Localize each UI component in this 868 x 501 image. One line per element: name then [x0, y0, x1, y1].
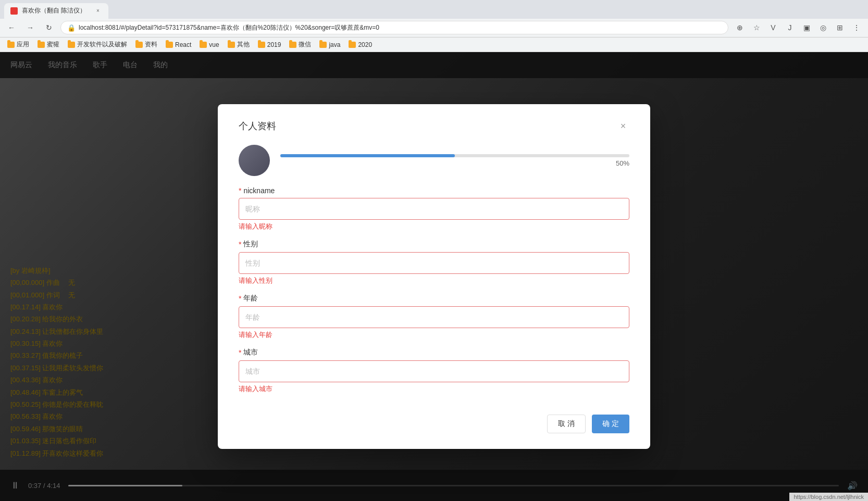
bookmark-label: 其他 — [237, 40, 250, 49]
city-label: * 城市 — [239, 348, 629, 357]
age-input[interactable] — [239, 306, 629, 328]
tab-title: 喜欢你（翻自 陈洁仪） — [22, 6, 90, 15]
cancel-button[interactable]: 取 消 — [547, 415, 586, 433]
folder-icon — [228, 42, 235, 48]
nav-icons: ⊕ ☆ V J ▣ ◎ ⊞ ⋮ — [733, 20, 864, 35]
folder-icon — [135, 42, 143, 48]
status-url: https://blog.csdn.net/ljlhnick — [793, 494, 864, 500]
bookmark-java[interactable]: java — [316, 40, 343, 49]
city-error: 请输入城市 — [239, 384, 629, 394]
folder-icon — [200, 42, 207, 48]
age-label: * 年龄 — [239, 294, 629, 303]
city-input[interactable] — [239, 360, 629, 382]
nav-bar: ← → ↻ 🔒 localhost:8081/#/playDetail?id=5… — [0, 19, 868, 37]
folder-icon — [166, 42, 173, 48]
required-star: * — [239, 294, 241, 303]
avatar-progress-row: 50% — [239, 145, 629, 176]
bookmark-data[interactable]: 资料 — [132, 39, 160, 50]
tab-favicon — [10, 7, 18, 15]
back-button[interactable]: ← — [4, 20, 19, 35]
bookmark-vue[interactable]: vue — [196, 40, 222, 49]
bookmark-wechat[interactable]: 微信 — [286, 39, 314, 50]
modal-title: 个人资料 — [239, 120, 276, 132]
required-star: * — [239, 348, 241, 357]
required-star: * — [239, 240, 241, 248]
gender-error: 请输入性别 — [239, 276, 629, 285]
gender-input[interactable] — [239, 252, 629, 274]
profile-progress-bar — [280, 154, 629, 157]
tab-close-button[interactable]: × — [94, 7, 102, 15]
browser-chrome: 喜欢你（翻自 陈洁仪） × ← → ↻ 🔒 localhost:8081/#/p… — [0, 0, 868, 37]
extension-icon-4[interactable]: ⊞ — [833, 20, 847, 35]
star-icon[interactable]: ☆ — [749, 20, 764, 35]
menu-icon[interactable]: ⋮ — [849, 20, 864, 35]
gender-field: * 性别 请输入性别 — [239, 240, 629, 285]
bookmark-label: 应用 — [17, 40, 29, 49]
folder-icon — [7, 42, 15, 48]
url-text: localhost:8081/#/playDetail?id=573171875… — [79, 23, 722, 32]
bookmark-miyou[interactable]: 蜜獾 — [34, 39, 63, 50]
nickname-field: * nickname 请输入昵称 — [239, 186, 629, 231]
progress-container: 50% — [280, 154, 629, 167]
status-bar: https://blog.csdn.net/ljlhnick — [789, 493, 868, 501]
bookmark-label: 资料 — [145, 40, 157, 49]
gender-label-text: 性别 — [243, 240, 258, 249]
bookmark-label: java — [329, 41, 340, 48]
folder-icon — [258, 42, 265, 48]
folder-icon — [68, 42, 75, 48]
modal-overlay: 个人资料 × 50% * nickname — [0, 52, 868, 501]
avatar-image — [239, 145, 270, 176]
age-field: * 年龄 请输入年龄 — [239, 294, 629, 340]
nickname-input[interactable] — [239, 198, 629, 220]
bookmark-2019[interactable]: 2019 — [255, 40, 284, 49]
forward-button[interactable]: → — [23, 20, 38, 35]
refresh-button[interactable]: ↻ — [42, 20, 56, 35]
folder-icon — [319, 42, 327, 48]
bookmark-apps[interactable]: 应用 — [4, 39, 32, 50]
bookmark-label: 蜜獾 — [47, 40, 59, 49]
bookmark-label: 2020 — [358, 41, 372, 48]
bookmarks-bar: 应用 蜜獾 开发软件以及破解 资料 React vue 其他 2019 微信 j… — [0, 37, 868, 52]
bookmark-react[interactable]: React — [163, 40, 194, 49]
modal-footer: 取 消 确 定 — [239, 406, 629, 433]
folder-icon — [38, 42, 45, 48]
bookmark-label: 微信 — [299, 40, 311, 49]
bookmark-label: 2019 — [267, 41, 281, 48]
nickname-label-text: nickname — [243, 186, 275, 195]
translate-icon[interactable]: ⊕ — [733, 20, 747, 35]
browser-tab[interactable]: 喜欢你（翻自 陈洁仪） × — [4, 3, 108, 19]
folder-icon — [289, 42, 296, 48]
extension-icon-1[interactable]: J — [783, 20, 797, 35]
confirm-button[interactable]: 确 定 — [592, 415, 629, 433]
nickname-error: 请输入昵称 — [239, 222, 629, 231]
age-error: 请输入年龄 — [239, 330, 629, 340]
gender-label: * 性别 — [239, 240, 629, 249]
modal-close-button[interactable]: × — [617, 120, 629, 132]
vivaldi-icon[interactable]: V — [766, 20, 780, 35]
modal-header: 个人资料 × — [239, 120, 629, 132]
city-label-text: 城市 — [243, 348, 258, 357]
bookmark-label: React — [175, 41, 191, 48]
bookmark-2020[interactable]: 2020 — [345, 40, 375, 49]
city-field: * 城市 请输入城市 — [239, 348, 629, 394]
app-area: 网易云 我的音乐 歌手 电台 我的 [by 岩崎規枠] [00,00.000] … — [0, 52, 868, 501]
extension-icon-2[interactable]: ▣ — [799, 20, 814, 35]
address-bar[interactable]: 🔒 localhost:8081/#/playDetail?id=5731718… — [60, 21, 728, 34]
profile-progress-fill — [280, 154, 455, 157]
bookmark-dev[interactable]: 开发软件以及破解 — [65, 39, 130, 50]
modal-dialog: 个人资料 × 50% * nickname — [218, 104, 650, 449]
nickname-label: * nickname — [239, 186, 629, 195]
extension-icon-3[interactable]: ◎ — [816, 20, 830, 35]
tab-bar: 喜欢你（翻自 陈洁仪） × — [0, 0, 868, 19]
avatar[interactable] — [239, 145, 270, 176]
folder-icon — [349, 42, 356, 48]
bookmark-other[interactable]: 其他 — [225, 39, 253, 50]
progress-label: 50% — [280, 159, 629, 167]
age-label-text: 年龄 — [243, 294, 258, 303]
bookmark-label: vue — [209, 41, 219, 48]
required-star: * — [239, 186, 241, 195]
bookmark-label: 开发软件以及破解 — [77, 40, 127, 49]
